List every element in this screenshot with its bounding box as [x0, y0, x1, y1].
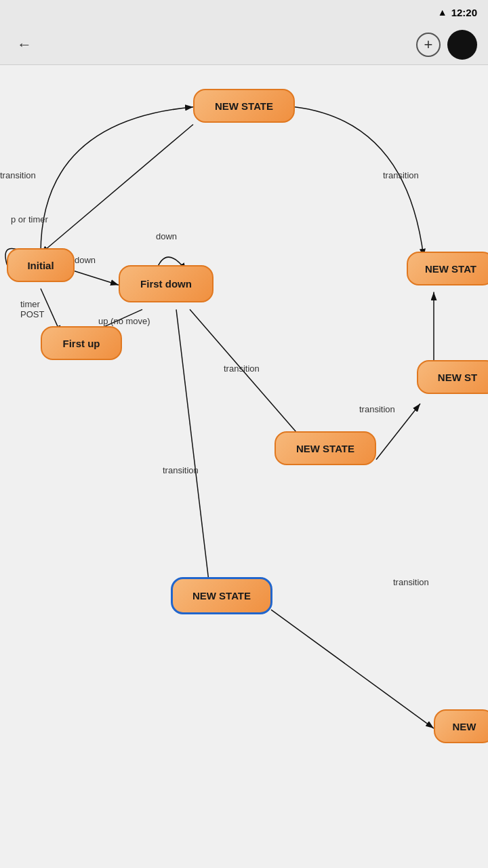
edge-label-lbl_down_loop: down [156, 231, 177, 241]
back-button[interactable]: ← [11, 31, 38, 58]
state-node-new_state_right2[interactable]: NEW ST [417, 360, 488, 394]
state-node-new_state_bottom[interactable]: NEW STATE [171, 577, 272, 614]
header-bar: ← + [0, 24, 488, 65]
clock: 12:20 [451, 7, 477, 18]
diagram-canvas: NEW STATEInitialFirst downFirst upNEW ST… [0, 65, 488, 868]
edge-label-lbl_p_or_timer: p or timer [11, 214, 48, 224]
state-node-new_state_top[interactable]: NEW STATE [193, 89, 295, 123]
wifi-icon: ▲ [438, 7, 447, 18]
arrows-svg [0, 65, 488, 868]
state-node-initial[interactable]: Initial [7, 248, 75, 282]
edge-label-lbl_transition_left: transition [0, 170, 36, 180]
profile-button[interactable] [447, 30, 477, 60]
edge-label-lbl_transition_top_right: transition [383, 170, 419, 180]
edge-label-lbl_transition_mid_right2: transition [359, 404, 395, 414]
edge-label-lbl_transition_btm_right: transition [393, 577, 429, 587]
edge-label-lbl_up_no_move: up (no move) [98, 316, 150, 326]
state-node-new_state_mid[interactable]: NEW STATE [274, 431, 376, 465]
status-bar: ▲ 12:20 [0, 0, 488, 24]
edge-label-lbl_timer_post: timer POST [20, 299, 44, 319]
edge-label-lbl_down_initial: down [75, 255, 96, 265]
state-node-new_state_btm_right[interactable]: NEW [434, 709, 488, 743]
state-node-new_state_right[interactable]: NEW STAT [407, 252, 488, 285]
edge-label-lbl_transition_fd_mid: transition [224, 363, 260, 374]
edge-label-lbl_transition_fd_bottom: transition [163, 465, 199, 475]
state-node-first_up[interactable]: First up [41, 326, 122, 360]
add-button[interactable]: + [416, 33, 441, 57]
state-node-first_down[interactable]: First down [119, 265, 214, 302]
header-actions: + [416, 30, 477, 60]
